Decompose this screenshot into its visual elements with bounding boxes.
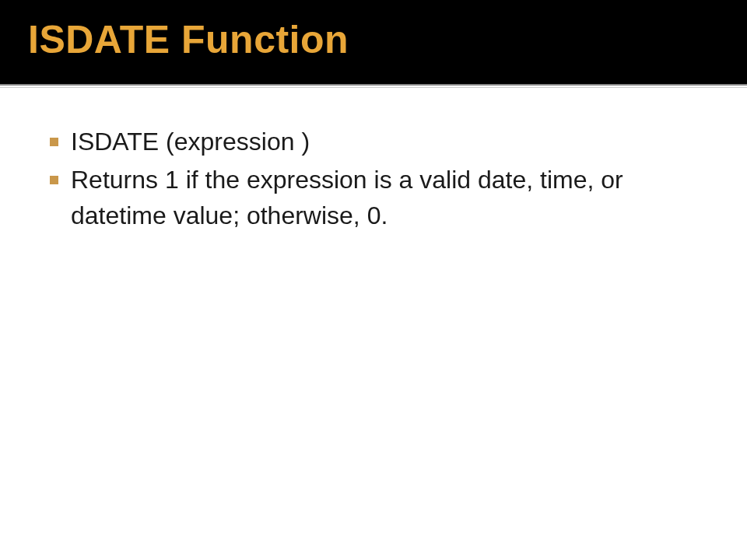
slide-content: ISDATE (expression ) Returns 1 if the ex… — [0, 86, 747, 233]
square-bullet-icon — [50, 138, 58, 146]
bullet-list: ISDATE (expression ) Returns 1 if the ex… — [50, 124, 697, 233]
bullet-item: Returns 1 if the expression is a valid d… — [50, 163, 697, 233]
bullet-text: Returns 1 if the expression is a valid d… — [71, 163, 697, 233]
square-bullet-icon — [50, 176, 58, 184]
slide-title: ISDATE Function — [28, 17, 719, 62]
bullet-item: ISDATE (expression ) — [50, 124, 697, 159]
bullet-text: ISDATE (expression ) — [71, 124, 697, 159]
slide-header: ISDATE Function — [0, 0, 747, 86]
